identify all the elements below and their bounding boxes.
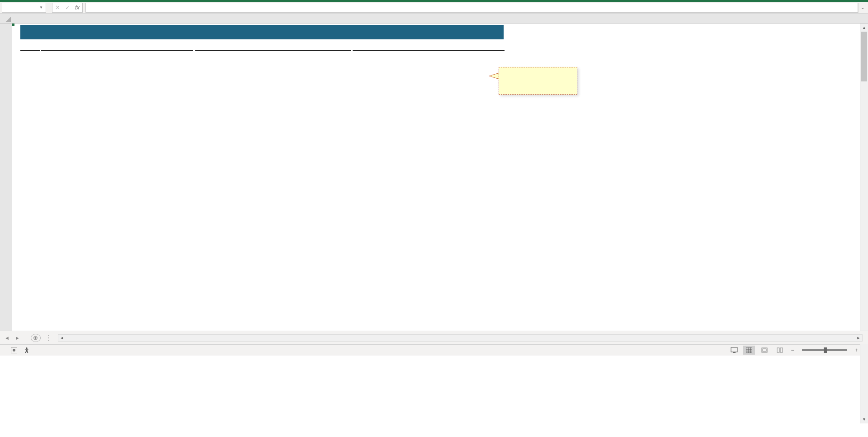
enter-formula-icon[interactable]: ✓ [62,4,72,11]
svg-rect-1 [731,347,737,352]
hscroll-left-icon[interactable]: ◄ [58,336,66,340]
zoom-slider[interactable] [802,349,847,351]
tabs-divider: ⋮ [45,333,52,342]
display-settings-icon [731,347,738,353]
zoom-in-button[interactable]: + [854,347,860,353]
vertical-scrollbar[interactable]: ▲ ▼ [860,24,868,423]
hscroll-track[interactable] [66,335,855,341]
add-sheet-button[interactable]: ⊕ [31,334,41,342]
svg-rect-10 [777,348,779,352]
tab-nav-prev-icon[interactable]: ◄ [2,335,12,341]
scroll-up-icon[interactable]: ▲ [860,24,868,32]
macro-record-icon[interactable] [11,347,17,353]
zoom-out-button[interactable]: − [789,347,796,353]
header-decision [353,50,505,51]
column-headers [0,14,868,24]
grid-area [0,24,868,331]
name-box[interactable]: ▼ [2,3,46,13]
sheet-tabs-bar: ◄ ► ⊕ ⋮ ◄ ► [0,331,868,344]
cancel-formula-icon[interactable]: ✕ [52,4,62,11]
display-settings-button[interactable] [731,347,740,353]
svg-rect-2 [733,352,736,353]
callout-tail [490,73,499,79]
header-project [41,50,193,51]
row-headers [0,24,12,331]
header-status [195,50,351,51]
horizontal-scrollbar[interactable]: ◄ ► [58,334,863,342]
callout-add-info[interactable] [499,67,577,95]
accessibility-icon [24,347,30,353]
tab-nav-next-icon[interactable]: ► [12,335,23,341]
insert-function-icon[interactable]: fx [72,4,82,11]
select-all-triangle[interactable] [0,14,12,23]
view-normal-button[interactable] [743,346,755,355]
svg-rect-3 [746,347,752,353]
formula-bar: ▼ ✕ ✓ fx ⌄ [0,2,868,14]
zoom-slider-knob[interactable] [824,347,827,353]
svg-rect-11 [780,348,783,352]
worksheet[interactable] [12,24,868,331]
name-box-dropdown-icon[interactable]: ▼ [39,5,43,10]
svg-rect-9 [763,349,766,352]
status-bar: − + [0,344,868,356]
formula-input[interactable] [85,3,858,13]
view-page-break-button[interactable] [774,346,786,355]
svg-point-0 [26,347,28,349]
scroll-thumb[interactable] [861,32,867,81]
title-banner [20,25,504,39]
cell-selection [12,24,14,25]
header-no [20,50,40,51]
formula-expand-icon[interactable]: ⌄ [858,3,866,13]
divider [49,4,49,12]
scroll-down-icon[interactable]: ▼ [860,415,868,423]
hscroll-right-icon[interactable]: ► [855,336,862,340]
accessibility-status[interactable] [24,347,32,353]
view-page-layout-button[interactable] [759,346,770,355]
